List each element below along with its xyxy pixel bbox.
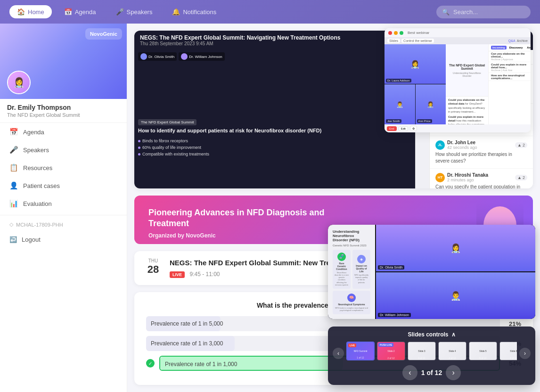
pres-speaker-2-label: Dr. William Johnson [378, 313, 411, 317]
banner-title: Pioneering Advances in NFD Diagnosis and… [148, 207, 352, 229]
sidebar-user-info: Dr. Emily Thompson The NFD Expert Global… [0, 99, 127, 123]
qa-user-row: HT Dr. Hiroshi Tanaka 2 minutes ago ▲ 2 [435, 172, 527, 182]
mini-toolbar: End Edit ⚙ [385, 124, 531, 132]
nav-home-tab[interactable]: 🏠 Home [9, 5, 52, 18]
nav-notifications-tab[interactable]: 🔔 Notifications [164, 5, 224, 18]
presenter-avatar-mini-2 [181, 53, 188, 60]
neuro-icon: 🧠 [347, 294, 356, 302]
sidebar-item-speakers[interactable]: 🎤 Speakers [0, 141, 127, 159]
session-day-num: 28 [144, 263, 163, 276]
microphone-icon: 🎤 [116, 8, 124, 16]
pres-speaker-1-label: Dr. Olivia Smith [378, 265, 404, 270]
qa-time: 2 minutes ago [447, 178, 488, 182]
qa-avatar: JL [435, 140, 445, 150]
presenter-chip-1: Dr. Olivia Smith [138, 52, 177, 61]
mini-discovery-tab[interactable]: Discovery [508, 46, 524, 49]
presenter-name-2: Dr. William Johnson [189, 55, 222, 59]
mini-qa-meta-1: Archive | Approve [491, 58, 528, 61]
video-bullet-2: 60% quality of life improvement [138, 144, 411, 151]
slides-next-button[interactable]: › [519, 348, 531, 359]
sidebar-item-patient-cases[interactable]: 👤 Patient cases [0, 177, 127, 195]
mini-tab-archive[interactable]: Archive [517, 39, 528, 42]
mini-end-btn[interactable]: End [387, 126, 397, 131]
mini-tab-slides[interactable]: Slides [387, 39, 400, 43]
slides-thumbnails: NFD Summit LIVE 1 of 12 Slide 2 PUSH LIV… [346, 342, 517, 360]
video-slide-title: How to identify and support patients at … [138, 127, 411, 134]
mini-qa-item-1: Can you elaborate on the clinical... Arc… [489, 51, 531, 62]
slide-thumbnail-6[interactable]: Slide 6 6 of 12 [499, 342, 517, 360]
slide-label-1: 1 of 12 [347, 356, 374, 359]
qa-item: JL Dr. John Lee 42 seconds ago ▲ 2 How s… [430, 136, 533, 169]
logout-icon: ↩️ [9, 236, 17, 243]
mini-qa-side-header: Incoming Discovery Archival [489, 44, 531, 51]
slides-prev-button[interactable]: ‹ [333, 348, 344, 359]
sidebar-code: ◇ MCHAL-17809-PHH [0, 218, 127, 231]
resources-nav-icon: 📋 [9, 163, 18, 172]
evaluation-nav-icon: 📊 [9, 199, 18, 208]
sidebar-item-label: Speakers [23, 147, 49, 154]
search-input[interactable] [436, 6, 531, 18]
mini-qa-item-3: How are the neurological complications..… [489, 73, 531, 81]
webinar-header-left: NEGS: The NFD Expert Global Summit: Navi… [140, 34, 340, 46]
qa-user-info: Dr. John Lee 42 seconds ago [447, 140, 477, 150]
qa-upvote-count[interactable]: ▲ 2 [515, 142, 527, 148]
window-minimize-dot [394, 31, 398, 35]
window-maximize-dot [400, 31, 403, 35]
agenda-label: Agenda [75, 8, 96, 16]
mini-archival-tab[interactable]: Archival [525, 46, 531, 49]
main-presentation-panel: Understanding Neurofibrox Disorder (NFD)… [328, 225, 535, 319]
session-time: 9:45 - 11:00 [189, 271, 220, 278]
pres-item-desc-1: Neurofibrox disorder is a rare genetic c… [335, 271, 349, 286]
sidebar-item-resources[interactable]: 📋 Resources [0, 159, 127, 177]
slides-header-label: Slides controls [408, 331, 448, 338]
slide-next-big-button[interactable]: › [446, 365, 461, 380]
slide-prev-big-button[interactable]: ‹ [402, 365, 417, 380]
mini-right-panel: The NFD Expert Global Summit Understandi… [446, 44, 488, 124]
slide-thumbnail-2[interactable]: Slide 2 PUSH LIVE 2 of 12 [377, 342, 405, 360]
nfd-logo-icon: ◈ [357, 255, 366, 263]
sidebar-item-label: Patient cases [23, 182, 60, 189]
mini-settings-btn[interactable]: ⚙ [410, 126, 417, 131]
pres-speaker-cell-2: 👨‍⚕️ Dr. William Johnson [376, 272, 535, 319]
bullet-dot [138, 153, 140, 155]
qa-upvote-count[interactable]: ▲ 2 [515, 175, 527, 180]
nav-speakers-tab[interactable]: 🎤 Speakers [108, 5, 160, 18]
sidebar-item-evaluation[interactable]: 📊 Evaluation [0, 195, 127, 212]
presentation-grid: Understanding Neurofibrox Disorder (NFD)… [328, 225, 535, 319]
nav-agenda-tab[interactable]: 📅 Agenda [57, 5, 104, 18]
mini-video-row: 👨‍⚕️ Joe Smith 👩‍⚕️ Ann Price [385, 84, 446, 124]
mini-chat-msg-2: Could you explain in more detail how thi… [448, 115, 486, 124]
patient-cases-nav-icon: 👤 [9, 181, 18, 190]
slide-label-4: 4 of 12 [439, 357, 466, 359]
slide-thumbnail-1[interactable]: NFD Summit LIVE 1 of 12 [346, 342, 375, 360]
rare-condition-icon: 🧬 [337, 253, 346, 261]
poll-check-icon: ✓ [146, 359, 155, 368]
mini-edit-btn[interactable]: Edit [399, 126, 408, 131]
sidebar-item-logout[interactable]: ↩️ Logout [0, 231, 127, 248]
mini-chat-msg-1: Could you elaborate on the clinical data… [448, 98, 486, 114]
slide-thumbnail-5[interactable]: Slide 5 5 of 12 [469, 342, 497, 360]
speakers-nav-icon: 🎤 [9, 146, 18, 154]
slides-controls-panel: Slides controls ∧ ‹ NFD Summit LIVE 1 of… [328, 327, 535, 385]
mini-body: 👩‍⚕️ Dr. Laura Addison 👨‍⚕️ Joe Smith 👩‍… [385, 44, 531, 124]
slide-label-2: 2 of 12 [377, 357, 405, 359]
pres-slide-grid: 🧬 Rare Genetic Condition Neurofibrox dis… [333, 250, 370, 314]
mini-video-area: 👩‍⚕️ Dr. Laura Addison 👨‍⚕️ Joe Smith 👩‍… [385, 44, 446, 124]
slide-thumbnail-3[interactable]: Slide 3 3 of 12 [408, 342, 436, 360]
mini-tab-control[interactable]: Control the webinar [401, 39, 434, 43]
presenter-avatar-mini [140, 53, 147, 60]
sidebar: NovoGenic 👩‍⚕️ Dr. Emily Thompson The NF… [0, 24, 127, 392]
pres-slide-item-3: 🧠 Neurological Symptoms NFD leads to com… [333, 291, 370, 314]
qa-time: 42 seconds ago [447, 145, 477, 150]
search-wrapper: 🔍 [436, 6, 531, 18]
search-icon: 🔍 [442, 8, 450, 16]
video-overlay: Dr. Olivia Smith Dr. William Johnson The… [134, 50, 415, 188]
avatar: 👩‍⚕️ [7, 71, 31, 94]
mini-incoming-tab[interactable]: Incoming [491, 46, 507, 49]
sidebar-item-agenda[interactable]: 📅 Agenda [0, 123, 127, 141]
slide-thumbnail-4[interactable]: Slide 4 4 of 12 [438, 342, 466, 360]
mini-webinar-panel: Best webinar Slides Control the webinar … [385, 28, 531, 132]
mini-slide-subtitle: Understanding Neurofibrox Disorder [448, 72, 486, 77]
pres-item-desc-3: NFD leads to complex neurological and ps… [335, 307, 368, 311]
mini-tab-qa-link[interactable]: Q&A [508, 39, 515, 42]
